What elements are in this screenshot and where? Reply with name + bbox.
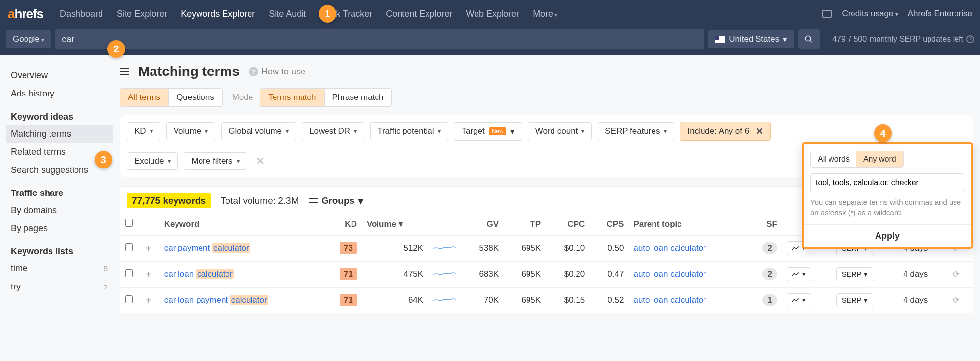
- country-select[interactable]: United States ▾: [708, 30, 794, 48]
- filter-more[interactable]: More filters: [184, 152, 247, 170]
- appearance-icon[interactable]: [822, 10, 832, 18]
- th-volume[interactable]: Volume ▾: [362, 213, 428, 236]
- sidebar-item-by-domains[interactable]: By domains: [6, 201, 113, 219]
- sidebar-item-matching-terms[interactable]: Matching terms: [6, 125, 113, 143]
- filter-traffic-potential[interactable]: Traffic potential: [370, 122, 448, 140]
- expand-row-button[interactable]: +: [143, 295, 154, 306]
- chevron-down-icon: ▾: [358, 195, 363, 207]
- search-button[interactable]: [798, 29, 820, 49]
- groups-button[interactable]: Groups ▾: [309, 195, 364, 207]
- sidebar-item-overview[interactable]: Overview: [6, 67, 113, 85]
- keyword-link[interactable]: car payment calculator: [164, 243, 250, 253]
- filter-target[interactable]: Target New ▾: [454, 122, 522, 141]
- expand-row-button[interactable]: +: [143, 243, 154, 254]
- keyword-link[interactable]: car loan payment calculator: [164, 295, 268, 305]
- kd-badge: 71: [340, 268, 357, 280]
- th-gv[interactable]: GV: [461, 213, 503, 236]
- sidebar-item-ads-history[interactable]: Ads history: [6, 85, 113, 103]
- volume-cell: 475K: [362, 262, 428, 288]
- th-kd[interactable]: KD: [323, 213, 362, 236]
- callout-2: 2: [107, 40, 125, 58]
- kd-badge: 73: [340, 242, 357, 254]
- apply-button[interactable]: Apply: [804, 224, 971, 247]
- chart-icon: [792, 272, 799, 277]
- position-history-button[interactable]: ▾: [787, 267, 811, 281]
- help-icon[interactable]: ?: [966, 35, 974, 43]
- tab-all-terms[interactable]: All terms: [120, 89, 169, 106]
- th-cps[interactable]: CPS: [590, 213, 628, 236]
- th-cpc[interactable]: CPC: [546, 213, 590, 236]
- chevron-down-icon: ▾: [783, 34, 787, 45]
- parent-topic-link[interactable]: auto loan calculator: [633, 243, 705, 253]
- sidebar-list-item[interactable]: try 2: [6, 278, 113, 296]
- sidebar-item-by-pages[interactable]: By pages: [6, 219, 113, 238]
- expand-row-button[interactable]: +: [143, 269, 154, 280]
- clear-filters-button[interactable]: ✕: [253, 155, 268, 168]
- collapse-sidebar-button[interactable]: [120, 68, 129, 75]
- svg-point-0: [805, 36, 811, 41]
- table-row: +car loan payment calculator7164K70K695K…: [120, 288, 973, 313]
- sliders-icon: [309, 197, 318, 204]
- th-parent-topic[interactable]: Parent topic: [628, 213, 747, 236]
- serp-button[interactable]: SERP ▾: [836, 293, 873, 307]
- nav-web-explorer[interactable]: Web Explorer: [459, 9, 526, 19]
- position-history-button[interactable]: ▾: [787, 293, 811, 307]
- row-checkbox[interactable]: [125, 295, 133, 303]
- filter-kd[interactable]: KD: [127, 122, 160, 140]
- nav-site-audit[interactable]: Site Audit: [262, 9, 313, 19]
- callout-4: 4: [874, 124, 892, 142]
- refresh-button[interactable]: ⟳: [953, 269, 960, 279]
- nav-site-explorer[interactable]: Site Explorer: [110, 9, 174, 19]
- opt-any-word[interactable]: Any word: [856, 151, 903, 167]
- sidebar-list-item[interactable]: time 9: [6, 260, 113, 278]
- keyword-input[interactable]: [55, 29, 704, 49]
- sidebar-item-count: 2: [104, 283, 108, 291]
- filter-include[interactable]: Include: Any of 6 ✕: [680, 122, 771, 141]
- tab-questions[interactable]: Questions: [169, 89, 222, 106]
- parent-topic-link[interactable]: auto loan calculator: [633, 295, 705, 305]
- tab-phrase-match[interactable]: Phrase match: [325, 89, 392, 106]
- callout-3: 3: [95, 151, 112, 168]
- filter-lowest-dr[interactable]: Lowest DR: [302, 122, 364, 140]
- row-checkbox[interactable]: [125, 243, 133, 251]
- filter-target-label: Target: [461, 126, 484, 136]
- filter-global-volume[interactable]: Global volume: [221, 122, 296, 140]
- tp-cell: 695K: [503, 288, 546, 313]
- credits-total: 500: [854, 35, 867, 44]
- callout-1: 1: [319, 5, 336, 23]
- credits-usage-menu[interactable]: Credits usage: [842, 9, 898, 19]
- th-sf[interactable]: SF: [747, 213, 782, 236]
- nav-content-explorer[interactable]: Content Explorer: [379, 9, 459, 19]
- filter-exclude[interactable]: Exclude: [127, 152, 178, 170]
- nav-dashboard[interactable]: Dashboard: [53, 9, 110, 19]
- svg-line-1: [810, 40, 812, 42]
- nav-keywords-explorer[interactable]: Keywords Explorer: [174, 9, 262, 19]
- refresh-button[interactable]: ⟳: [953, 295, 960, 305]
- th-keyword[interactable]: Keyword: [159, 213, 323, 236]
- row-checkbox[interactable]: [125, 269, 133, 277]
- filter-volume[interactable]: Volume: [166, 122, 216, 140]
- how-to-use-link[interactable]: ? How to use: [249, 67, 305, 77]
- search-engine-select[interactable]: Google: [6, 30, 51, 48]
- th-tp[interactable]: TP: [503, 213, 546, 236]
- keyword-link[interactable]: car loan calculator: [164, 269, 234, 279]
- trend-sparkline: [433, 243, 456, 251]
- select-all-checkbox[interactable]: [125, 219, 133, 227]
- filter-serp-features[interactable]: SERP features: [598, 122, 674, 140]
- nav-more[interactable]: More: [526, 9, 564, 19]
- cpc-cell: $0.20: [546, 262, 590, 288]
- filter-word-count[interactable]: Word count: [528, 122, 592, 140]
- serp-button[interactable]: SERP ▾: [836, 267, 873, 281]
- include-terms-input[interactable]: [810, 173, 964, 192]
- logo-a: a: [8, 6, 14, 21]
- gv-cell: 683K: [461, 262, 503, 288]
- parent-topic-link[interactable]: auto loan calculator: [633, 269, 705, 279]
- opt-all-words[interactable]: All words: [811, 151, 856, 167]
- close-icon[interactable]: ✕: [756, 126, 763, 137]
- tab-terms-match[interactable]: Terms match: [260, 89, 324, 106]
- gv-cell: 538K: [461, 236, 503, 262]
- trend-sparkline: [433, 269, 456, 277]
- account-name[interactable]: Ahrefs Enterprise: [908, 9, 972, 19]
- credits-label: monthly SERP updates left: [870, 35, 963, 44]
- logo[interactable]: ahrefs: [8, 6, 43, 22]
